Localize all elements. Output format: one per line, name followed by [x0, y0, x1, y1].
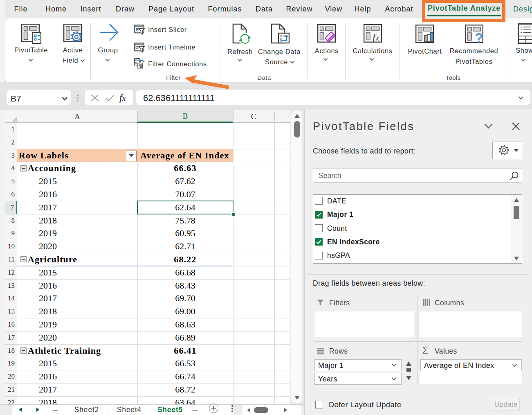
svg-text:x: x	[375, 34, 379, 42]
svg-text:?: ?	[475, 30, 483, 45]
